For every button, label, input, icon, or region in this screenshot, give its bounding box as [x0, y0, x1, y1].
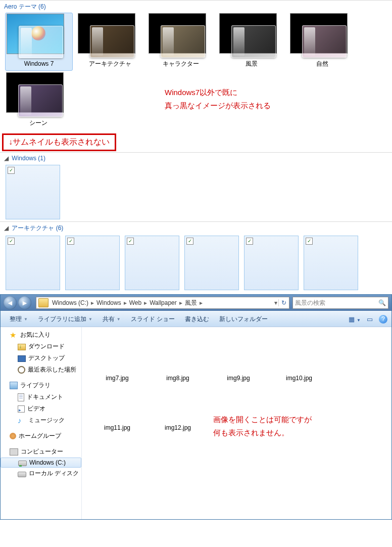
theme-自然[interactable]: 自然	[289, 13, 355, 70]
file-img10.jpg[interactable]: img10.jpg	[271, 336, 327, 382]
chevron-right-icon[interactable]: ▸	[90, 299, 95, 306]
theme-label: シーン	[6, 118, 71, 129]
sidebar-item-デスクトップ[interactable]: デスクトップ	[1, 352, 81, 364]
glass-preview	[302, 25, 347, 58]
chevron-right-icon[interactable]: ▸	[143, 299, 148, 306]
address-bar[interactable]: Windows (C:)▸Windows▸Web▸Wallpaper▸風景▸ ▾…	[36, 297, 289, 309]
bg-item[interactable]: ✓	[6, 165, 60, 219]
computer-icon	[10, 448, 18, 455]
vid-icon	[18, 405, 25, 413]
annotation-cannot-display: 画像を開くことは可能ですが何も表示されません。	[213, 413, 312, 439]
annotation-black-images: Windows7以外で既に真っ黒なイメージが表示される	[165, 86, 271, 112]
nav-forward-button[interactable]: ►	[18, 296, 31, 309]
theme-label: 自然	[289, 59, 355, 70]
drv-icon	[18, 461, 27, 466]
computer[interactable]: コンピューター	[1, 446, 81, 458]
drv-icon	[18, 472, 26, 477]
theme-label: キャラクター	[148, 59, 214, 70]
glass-preview	[90, 25, 134, 58]
explorer-toolbar: 整理▼ ライブラリに追加▼ 共有▼ スライド ショー 書き込む 新しいフォルダー…	[1, 311, 391, 327]
glass-preview	[231, 25, 276, 58]
sidebar-item-ダウンロード[interactable]: ダウンロード	[1, 341, 81, 352]
mus-icon: ♪	[18, 417, 26, 425]
theme-label: アーキテクチャ	[77, 59, 143, 70]
favorites-icon: ★	[10, 331, 18, 339]
aero-section-header: Aero テーマ (6)	[0, 0, 392, 12]
folder-icon	[38, 298, 48, 307]
slideshow-button[interactable]: スライド ショー	[126, 315, 180, 324]
chevron-right-icon[interactable]: ▸	[178, 299, 183, 306]
theme-風景[interactable]: 風景	[219, 13, 284, 70]
preview-pane-button[interactable]: ▭	[364, 315, 376, 323]
homegroup-icon	[10, 433, 16, 439]
search-input[interactable]: 風景の検索🔍	[292, 297, 388, 309]
theme-シーン[interactable]: シーン	[6, 72, 71, 129]
nav-back-button[interactable]: ◄	[4, 296, 17, 309]
crumb-Windows[interactable]: Windows	[95, 299, 123, 306]
doc-icon	[18, 393, 24, 401]
explorer-titlebar: ◄ ► Windows (C:)▸Windows▸Web▸Wallpaper▸風…	[1, 295, 391, 311]
bg-item[interactable]: ✓	[65, 236, 120, 290]
file-img8.jpg[interactable]: img8.jpg	[150, 336, 206, 382]
theme-label: Windows 7	[6, 59, 72, 69]
refresh-button[interactable]: ↻	[278, 299, 289, 306]
theme-キャラクター[interactable]: キャラクター	[148, 13, 214, 70]
help-button[interactable]: ?	[379, 315, 387, 324]
hist-icon	[18, 366, 25, 374]
mon-icon	[18, 355, 26, 362]
glass-preview	[161, 25, 205, 58]
checkbox[interactable]: ✓	[8, 167, 15, 174]
bg-item[interactable]: ✓	[184, 236, 239, 290]
file-img9.jpg[interactable]: img9.jpg	[210, 336, 267, 382]
address-dropdown-icon[interactable]: ▾	[273, 299, 278, 306]
bg-group-header[interactable]: ◢ Windows (1)	[0, 152, 392, 163]
checkbox[interactable]: ✓	[8, 238, 15, 245]
bg-item[interactable]: ✓	[125, 236, 179, 290]
crumb-Web[interactable]: Web	[128, 299, 143, 306]
theme-Windows 7[interactable]: Windows 7	[5, 13, 73, 71]
add-to-library-button[interactable]: ライブラリに追加▼	[33, 315, 97, 324]
sidebar: ★お気に入りダウンロードデスクトップ最近表示した場所ライブラリドキュメントビデオ…	[1, 327, 82, 519]
libraries[interactable]: ライブラリ	[1, 380, 81, 391]
file-img11.jpg[interactable]: img11.jpg	[89, 386, 145, 431]
burn-button[interactable]: 書き込む	[180, 315, 214, 324]
checkbox[interactable]: ✓	[306, 238, 313, 245]
search-icon: 🔍	[378, 299, 386, 306]
sidebar-item-ローカル ディスク[interactable]: ローカル ディスク	[1, 468, 81, 479]
libraries-icon	[10, 382, 18, 389]
organize-button[interactable]: 整理▼	[5, 315, 33, 324]
bg-group-header[interactable]: ◢ アーキテクチャ (6)	[0, 221, 392, 234]
theme-label: 風景	[219, 59, 284, 70]
file-img7.jpg[interactable]: img7.jpg	[89, 336, 145, 382]
sidebar-item-ミュージック[interactable]: ♪ミュージック	[1, 415, 81, 426]
crumb-Windows (C:)[interactable]: Windows (C:)	[51, 299, 90, 306]
favorites[interactable]: ★お気に入り	[1, 329, 81, 341]
sidebar-item-最近表示した場所[interactable]: 最近表示した場所	[1, 364, 81, 376]
checkbox[interactable]: ✓	[246, 238, 253, 245]
checkbox[interactable]: ✓	[127, 238, 134, 245]
new-folder-button[interactable]: 新しいフォルダー	[214, 315, 273, 324]
glass-preview	[18, 84, 63, 117]
chevron-right-icon[interactable]: ▸	[123, 299, 128, 306]
file-img12.jpg[interactable]: img12.jpg	[150, 386, 206, 431]
sidebar-item-Windows (C:)[interactable]: Windows (C:)	[1, 458, 81, 468]
checkbox[interactable]: ✓	[67, 238, 74, 245]
annotation-no-thumbnails: ↓サムネイルも表示されない	[2, 133, 116, 151]
homegroup[interactable]: ホームグループ	[1, 430, 81, 442]
crumb-風景[interactable]: 風景	[183, 299, 199, 306]
file-area: img7.jpgimg8.jpgimg9.jpgimg10.jpgimg11.j…	[82, 327, 391, 519]
bg-item[interactable]: ✓	[304, 236, 358, 290]
checkbox[interactable]: ✓	[186, 238, 193, 245]
chevron-right-icon[interactable]: ▸	[199, 299, 204, 306]
theme-アーキテクチャ[interactable]: アーキテクチャ	[77, 13, 143, 70]
fold-icon	[18, 344, 26, 350]
bg-item[interactable]: ✓	[244, 236, 299, 290]
glass-preview	[19, 26, 63, 58]
share-button[interactable]: 共有▼	[97, 315, 126, 324]
sidebar-item-ビデオ[interactable]: ビデオ	[1, 403, 81, 415]
sidebar-item-ドキュメント[interactable]: ドキュメント	[1, 391, 81, 403]
view-button[interactable]: ▦ ▼	[346, 315, 364, 323]
crumb-Wallpaper[interactable]: Wallpaper	[148, 299, 178, 306]
explorer-window: ◄ ► Windows (C:)▸Windows▸Web▸Wallpaper▸風…	[0, 294, 392, 520]
bg-item[interactable]: ✓	[6, 236, 60, 290]
